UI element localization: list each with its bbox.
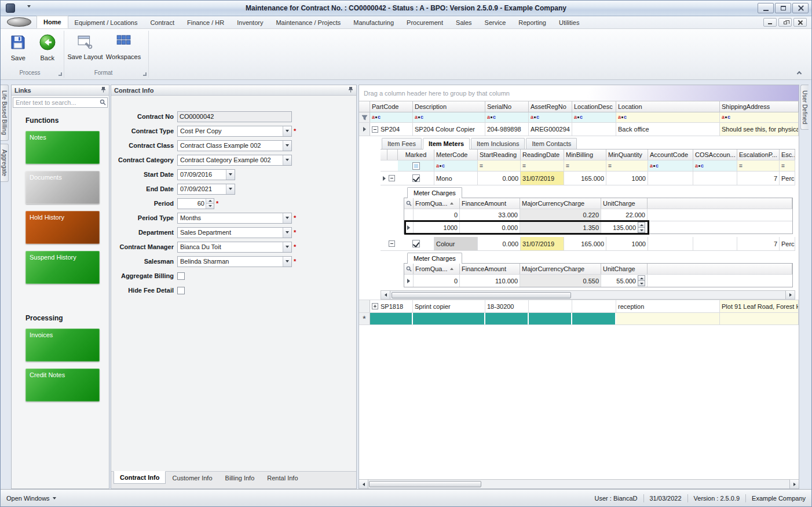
minimize-button[interactable]	[758, 3, 774, 13]
marked-filter-checkbox[interactable]	[412, 162, 420, 170]
cell-majorcurrencycharge[interactable]: 0.550	[520, 275, 601, 287]
cell-accountcode[interactable]	[648, 172, 693, 185]
hide-fee-detail-checkbox[interactable]	[177, 287, 185, 294]
ribbon-tab-reporting[interactable]: Reporting	[512, 17, 553, 28]
chevron-down-icon[interactable]	[283, 155, 291, 165]
filter-cell-assetregno[interactable]	[529, 112, 572, 122]
cell-metercode[interactable]: Mono	[434, 172, 478, 185]
cell-serialno[interactable]: 204-989898	[485, 123, 529, 136]
column-header-fromquantity[interactable]: FromQua...	[414, 264, 460, 274]
column-header-serialno[interactable]: SerialNo	[485, 101, 529, 112]
new-cell-serialno[interactable]	[485, 313, 529, 324]
new-cell-locationdesc[interactable]	[572, 313, 616, 324]
cell-readingdate[interactable]: 31/07/2019	[521, 172, 564, 185]
cell-accountcode[interactable]	[648, 237, 693, 250]
filter-cell-minbilling[interactable]	[564, 161, 606, 171]
ribbon-tab-equipment-locations[interactable]: Equipment / Locations	[68, 17, 144, 28]
column-header-startreading[interactable]: StartReading	[478, 149, 521, 160]
tab-item-fees[interactable]: Item Fees	[382, 138, 422, 149]
aggregate-billing-checkbox[interactable]	[177, 272, 185, 280]
end-date-picker[interactable]: 07/09/2021	[177, 184, 235, 195]
search-icon[interactable]	[100, 99, 106, 107]
filter-cell-startreading[interactable]	[478, 161, 521, 171]
open-windows-button[interactable]: Open Windows	[6, 495, 56, 502]
workspaces-button[interactable]: Workspaces	[105, 32, 142, 70]
pin-icon[interactable]	[348, 86, 353, 94]
ribbon-tab-finance-hr[interactable]: Finance / HR	[181, 17, 231, 28]
column-header-unitcharge[interactable]: UnitCharge	[601, 264, 648, 274]
cell-location[interactable]: Back office	[616, 123, 720, 136]
collapse-row-icon[interactable]	[387, 237, 398, 250]
maximize-button[interactable]	[775, 3, 791, 13]
scrollbar-thumb[interactable]	[369, 481, 481, 487]
new-cell-shippingaddress[interactable]	[720, 313, 799, 324]
cell-fromquantity[interactable]: 0	[414, 275, 460, 287]
cell-majorcurrencycharge[interactable]: 1.350	[520, 221, 601, 234]
cell-location[interactable]: reception	[616, 300, 720, 312]
documents-button[interactable]: Documents	[25, 171, 100, 204]
cell-cosaccount[interactable]	[693, 172, 737, 185]
meter-row-mono[interactable]: Mono 0.000 31/07/2019 165.000 1000 7 Per…	[381, 172, 795, 185]
cell-shippingaddress[interactable]: Plot 91 Leaf Road, Forest H	[720, 300, 799, 312]
new-cell-location[interactable]	[616, 313, 720, 324]
filter-cell-readingdate[interactable]	[521, 161, 564, 171]
cell-locationdesc[interactable]	[572, 123, 616, 136]
ribbon-tab-service[interactable]: Service	[478, 17, 513, 28]
cell-minquantity[interactable]: 1000	[606, 172, 648, 185]
grid-row-sp204[interactable]: SP204 SP204 Colour Copier 204-989898 ARE…	[359, 123, 799, 136]
marked-checkbox[interactable]	[412, 174, 420, 182]
cell-majorcurrencycharge[interactable]: 0.220	[520, 209, 601, 221]
tab-item-meters[interactable]: Item Meters	[423, 138, 470, 149]
cell-fromquantity[interactable]: 0	[414, 209, 460, 221]
ribbon-tab-sales[interactable]: Sales	[449, 17, 478, 28]
search-icon[interactable]	[404, 264, 414, 274]
dock-tab-user-defined[interactable]: User Defined	[800, 85, 809, 130]
cell-description[interactable]: SP204 Colour Copier	[413, 123, 485, 136]
column-header-majorcurrencycharge[interactable]: MajorCurrencyCharge	[520, 198, 601, 209]
ribbon-collapse-button[interactable]	[794, 70, 804, 77]
filter-cell-minquantity[interactable]	[606, 161, 648, 171]
ribbon-tab-inventory[interactable]: Inventory	[231, 17, 269, 28]
app-icon[interactable]	[6, 3, 15, 13]
charge-row[interactable]: 0 110.000 0.550 55.000	[404, 275, 792, 287]
filter-cell-accountcode[interactable]	[648, 161, 693, 171]
pin-icon[interactable]	[101, 86, 106, 94]
filter-funnel-icon[interactable]	[359, 112, 370, 122]
spin-down-icon[interactable]	[638, 281, 645, 286]
cell-marked[interactable]	[398, 237, 434, 250]
value-spinner[interactable]	[638, 222, 645, 233]
cell-startreading[interactable]: 0.000	[478, 172, 521, 185]
cell-locationdesc[interactable]	[572, 300, 616, 312]
quick-access-dropdown-icon[interactable]	[27, 8, 31, 14]
new-cell-partcode[interactable]	[370, 313, 413, 324]
column-header-shippingaddress[interactable]: ShippingAddress	[720, 101, 799, 112]
cell-partcode[interactable]: SP1818	[370, 300, 413, 312]
filter-cell-location[interactable]	[616, 112, 720, 122]
search-icon[interactable]	[404, 198, 414, 209]
cell-financeamount[interactable]: 0.000	[460, 221, 520, 234]
dock-tab-aggregate[interactable]: Aggregate	[1, 144, 9, 182]
charge-row[interactable]: 0 33.000 0.220 22.000	[404, 209, 792, 221]
chevron-down-icon[interactable]	[226, 170, 235, 180]
chevron-down-icon[interactable]	[283, 141, 291, 151]
contract-class-select[interactable]: Contract Class Example 002	[177, 140, 292, 151]
salesman-select[interactable]: Belinda Sharman	[177, 256, 292, 267]
column-header-financeamount[interactable]: FinanceAmount	[460, 198, 520, 209]
cell-marked[interactable]	[398, 172, 434, 185]
mdi-minimize-button[interactable]	[763, 18, 777, 27]
back-button[interactable]: Back	[34, 32, 62, 70]
column-header-unitcharge[interactable]: UnitCharge	[601, 198, 648, 209]
close-button[interactable]	[792, 3, 809, 13]
filter-cell-description[interactable]	[413, 112, 485, 122]
chevron-down-icon[interactable]	[283, 126, 291, 136]
collapse-row-icon[interactable]	[387, 172, 398, 185]
cell-unitcharge-editor[interactable]: 135.000	[601, 221, 648, 234]
value-spinner[interactable]	[638, 275, 645, 286]
filter-cell-esctype[interactable]	[780, 161, 795, 171]
cell-assetregno[interactable]	[529, 300, 572, 312]
column-header-marked[interactable]: Marked	[398, 149, 434, 160]
spin-up-icon[interactable]	[638, 275, 645, 281]
tab-meter-charges[interactable]: Meter Charges	[407, 253, 462, 264]
cell-serialno[interactable]: 18-30200	[485, 300, 529, 312]
filter-cell-marked[interactable]	[398, 161, 434, 171]
